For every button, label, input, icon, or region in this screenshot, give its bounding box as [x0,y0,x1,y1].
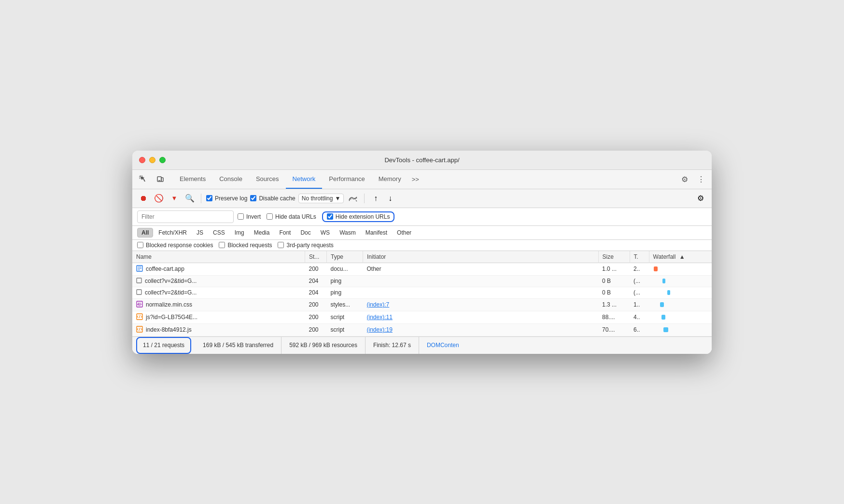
disable-cache-label[interactable]: Disable cache [250,195,295,202]
initiator-link[interactable]: (index):19 [367,326,393,333]
cell-initiator: (index):7 [363,298,599,311]
cell-initiator [363,275,599,287]
col-status[interactable]: St... [305,251,327,263]
invert-checkbox[interactable] [238,213,244,220]
resource-name: coffee-cart.app [146,266,184,272]
dom-content: DOMConten [419,342,467,349]
col-waterfall[interactable]: Waterfall ▲ [649,251,712,263]
devtools-window: DevTools - coffee-cart.app/ [132,151,712,354]
col-type[interactable]: Type [327,251,363,263]
resource-icon [136,289,142,296]
svg-rect-2 [161,178,163,182]
tab-network[interactable]: Network [286,169,323,189]
type-filter-js[interactable]: JS [192,228,208,238]
resource-icon [136,265,143,273]
preserve-log-checkbox[interactable] [206,195,212,201]
resource-icon [136,326,143,334]
hide-data-urls-checkbox[interactable] [267,213,273,220]
network-settings-icon[interactable]: ⚙ [694,192,707,205]
table-row[interactable]: coffee-cart.app 200 docu... Other 1.0 ..… [132,263,712,275]
cell-name: collect?v=2&tid=G... [132,275,305,287]
resources-size: 592 kB / 969 kB resources [281,337,366,354]
hide-extension-urls-label[interactable]: Hide extension URLs [327,213,390,220]
cell-size: 0 B [598,287,630,298]
type-filter-css[interactable]: CSS [209,228,229,238]
cell-status: 200 [305,263,327,275]
hide-data-urls-label[interactable]: Hide data URLs [267,213,316,220]
tab-console[interactable]: Console [212,169,249,189]
settings-icon[interactable]: ⚙ [678,172,691,186]
type-filter-manifest[interactable]: Manifest [361,228,392,238]
hide-extension-urls-checkbox[interactable] [327,213,333,220]
preserve-log-label[interactable]: Preserve log [206,195,247,202]
type-filter-img[interactable]: Img [230,228,249,238]
preserve-log-text: Preserve log [215,195,247,202]
third-party-checkbox[interactable] [278,242,284,248]
import-har-button[interactable]: ↑ [369,192,382,205]
filter-input[interactable] [137,210,234,223]
resource-name: normalize.min.css [146,301,192,308]
close-button[interactable] [139,157,145,163]
cell-type: ping [327,275,363,287]
inspect-element-icon[interactable] [136,172,150,186]
divider-1 [201,194,201,203]
table-row[interactable]: index-8bfa4912.js 200 script (index):19 … [132,323,712,336]
tab-memory[interactable]: Memory [372,169,408,189]
invert-label[interactable]: Invert [238,213,261,220]
type-filter-ws[interactable]: WS [316,228,334,238]
blocked-requests-label[interactable]: Blocked requests [219,242,272,249]
type-filter-all[interactable]: All [137,228,153,238]
cell-waterfall [649,323,712,336]
clear-button[interactable]: 🚫 [153,192,165,205]
blocked-cookies-label[interactable]: Blocked response cookies [137,242,213,249]
blocked-cookies-checkbox[interactable] [137,242,143,248]
cell-name: collect?v=2&tid=G... [132,287,305,298]
minimize-button[interactable] [149,157,155,163]
tab-performance[interactable]: Performance [322,169,371,189]
col-initiator[interactable]: Initiator [363,251,599,263]
initiator-link[interactable]: (index):11 [367,314,393,321]
divider-2 [364,194,365,203]
record-stop-button[interactable]: ⏺ [137,192,150,205]
table-row[interactable]: normalize.min.css 200 styles... (index):… [132,298,712,311]
cell-size: 70.... [598,323,630,336]
blocked-requests-checkbox[interactable] [219,242,225,248]
tab-more[interactable]: >> [408,169,423,189]
type-filter-other[interactable]: Other [393,228,416,238]
export-har-button[interactable]: ↓ [384,192,396,205]
resource-name: collect?v=2&tid=G... [145,289,197,296]
transferred-size: 169 kB / 545 kB transferred [195,337,281,354]
type-filter-media[interactable]: Media [250,228,274,238]
tab-sources[interactable]: Sources [249,169,286,189]
cell-status: 204 [305,275,327,287]
requests-count: 11 / 21 requests [136,337,191,354]
table-row[interactable]: collect?v=2&tid=G... 204 ping 0 B (... [132,287,712,298]
hide-extension-urls-highlight: Hide extension URLs [322,211,395,222]
col-size[interactable]: Size [598,251,630,263]
type-filter-fetch-xhr[interactable]: Fetch/XHR [154,228,191,238]
cell-initiator: (index):19 [363,323,599,336]
third-party-label[interactable]: 3rd-party requests [278,242,333,249]
search-icon[interactable]: 🔍 [183,192,196,205]
throttle-select[interactable]: No throttling ▼ [298,194,344,203]
disable-cache-checkbox[interactable] [250,195,256,201]
cell-name: normalize.min.css [132,298,305,311]
tab-elements[interactable]: Elements [173,169,212,189]
type-filter-wasm[interactable]: Wasm [335,228,360,238]
maximize-button[interactable] [159,157,166,163]
table-row[interactable]: collect?v=2&tid=G... 204 ping 0 B (... [132,275,712,287]
type-filter-doc[interactable]: Doc [296,228,315,238]
hide-extension-urls-text: Hide extension URLs [336,213,390,220]
network-table-container[interactable]: Name St... Type Initiator Size T. Waterf… [132,251,712,336]
more-options-icon[interactable]: ⋮ [694,172,708,186]
filter-icon[interactable]: ▼ [168,192,181,205]
initiator-link[interactable]: (index):7 [367,301,390,308]
col-time[interactable]: T. [630,251,649,263]
cell-time: (... [630,287,649,298]
network-conditions-icon[interactable] [347,192,359,205]
type-filter-font[interactable]: Font [275,228,295,238]
table-row[interactable]: js?id=G-LB75G4E... 200 script (index):11… [132,311,712,323]
col-name[interactable]: Name [132,251,305,263]
device-toolbar-icon[interactable] [154,172,167,186]
cell-time: 4.. [630,311,649,323]
